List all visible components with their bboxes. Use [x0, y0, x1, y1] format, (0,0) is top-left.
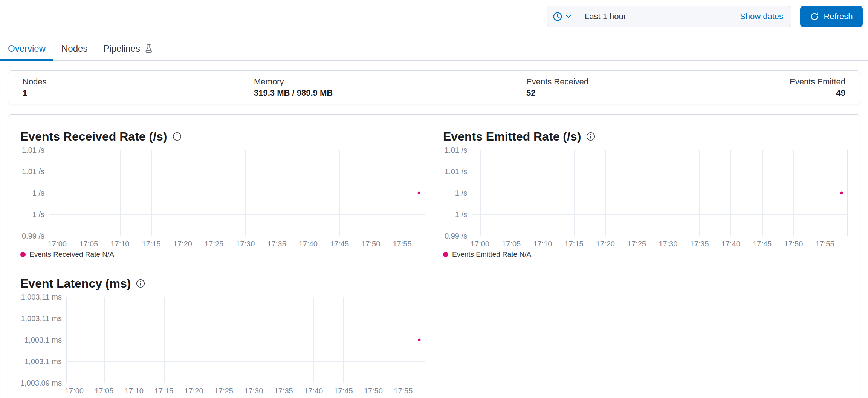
- gridline-vertical: [373, 297, 373, 383]
- y-tick-label: 0.99 /s: [445, 232, 467, 240]
- clock-icon: [553, 12, 562, 21]
- summary-nodes: Nodes 1: [23, 76, 254, 98]
- gridline-vertical: [699, 150, 700, 236]
- gridline-vertical: [134, 297, 134, 383]
- chart-plot[interactable]: [472, 150, 848, 236]
- gridline-vertical: [120, 150, 121, 236]
- chart-legend[interactable]: Events Received Rate N/A: [20, 250, 425, 259]
- gridline-vertical: [164, 297, 165, 383]
- gridline-vertical: [194, 297, 194, 383]
- gridline-vertical: [637, 150, 637, 236]
- gridline-vertical: [480, 150, 481, 236]
- chart-header: Events Emitted Rate (/s): [443, 128, 848, 145]
- x-axis-labels: 17:0017:0517:1017:1517:2017:2517:3017:35…: [472, 236, 848, 250]
- tab-nodes[interactable]: Nodes: [53, 37, 95, 60]
- beaker-icon: [144, 44, 154, 54]
- gridline-vertical: [284, 297, 284, 383]
- gridline-vertical: [277, 150, 277, 236]
- legend-label: Events Emitted Rate N/A: [452, 250, 531, 259]
- logstash-overview-page: Last 1 hour Show dates Refresh Overview …: [0, 0, 868, 398]
- gridline-vertical: [339, 150, 340, 236]
- gridline-horizontal: [472, 172, 847, 172]
- y-tick-label: 1 /s: [455, 210, 467, 219]
- refresh-button[interactable]: Refresh: [800, 6, 863, 27]
- refresh-button-label: Refresh: [824, 12, 853, 21]
- toolbar: Last 1 hour Show dates Refresh: [0, 0, 868, 27]
- gridline-vertical: [574, 150, 575, 236]
- gridline-vertical: [75, 297, 75, 383]
- x-tick-label: 17:25: [214, 387, 233, 395]
- x-tick-label: 17:40: [721, 240, 740, 248]
- y-tick-label: 1 /s: [455, 189, 467, 197]
- gridline-vertical: [605, 150, 606, 236]
- tab-bar: Overview Nodes Pipelines: [0, 37, 868, 61]
- x-tick-label: 17:30: [236, 240, 255, 248]
- legend-label: Events Received Rate N/A: [29, 250, 114, 259]
- event-latency-chart: Event Latency (ms) 1,003.11 ms1,003.11 m…: [20, 275, 425, 398]
- x-tick-label: 17:40: [304, 387, 323, 395]
- info-icon[interactable]: [173, 132, 182, 141]
- x-tick-label: 17:45: [334, 387, 353, 395]
- chart-title: Event Latency (ms): [20, 277, 131, 291]
- y-tick-label: 1,003.1 ms: [24, 336, 62, 344]
- chart-legend[interactable]: Events Emitted Rate N/A: [443, 250, 848, 259]
- gridline-horizontal: [67, 361, 425, 362]
- gridline-vertical: [543, 150, 543, 236]
- refresh-icon: [810, 12, 819, 21]
- chart-plot[interactable]: [49, 150, 425, 236]
- show-dates-button[interactable]: Show dates: [732, 12, 791, 21]
- summary-events-received-label: Events Received: [526, 76, 790, 87]
- x-tick-label: 17:55: [394, 387, 413, 395]
- chevron-down-icon: [565, 13, 572, 20]
- gridline-vertical: [668, 150, 668, 236]
- gridline-vertical: [89, 150, 89, 236]
- y-tick-label: 1.01 /s: [22, 146, 44, 155]
- tab-overview[interactable]: Overview: [0, 37, 53, 60]
- chart-title: Events Emitted Rate (/s): [443, 130, 581, 144]
- time-picker-quick-menu-button[interactable]: [547, 6, 578, 27]
- gridline-vertical: [825, 150, 825, 236]
- x-tick-label: 17:15: [142, 240, 161, 248]
- gridline-vertical: [371, 150, 371, 236]
- events-received-rate-chart: Events Received Rate (/s) 1.01 /s1.01 /s…: [20, 128, 425, 259]
- x-tick-label: 17:15: [154, 387, 173, 395]
- gridline-vertical: [214, 150, 214, 236]
- time-picker: Last 1 hour Show dates: [547, 6, 791, 27]
- x-axis-labels: 17:0017:0517:1017:1517:2017:2517:3017:35…: [49, 236, 425, 250]
- info-icon[interactable]: [586, 132, 595, 141]
- x-tick-label: 17:30: [659, 240, 677, 248]
- gridline-vertical: [762, 150, 763, 236]
- gridline-vertical: [313, 297, 314, 383]
- chart-plot[interactable]: [66, 297, 425, 383]
- y-tick-label: 1.01 /s: [445, 146, 467, 155]
- chart-header: Event Latency (ms): [20, 275, 425, 292]
- info-icon[interactable]: [136, 279, 145, 288]
- gridline-vertical: [512, 150, 512, 236]
- legend-dot: [20, 252, 26, 257]
- time-range-value[interactable]: Last 1 hour: [578, 12, 732, 21]
- x-tick-label: 17:05: [95, 387, 113, 395]
- summary-memory: Memory 319.3 MB / 989.9 MB: [254, 76, 526, 98]
- x-tick-label: 17:55: [393, 240, 411, 248]
- data-point: [840, 192, 843, 194]
- gridline-vertical: [308, 150, 308, 236]
- x-tick-label: 17:50: [364, 387, 383, 395]
- y-tick-label: 1 /s: [32, 189, 44, 197]
- gridline-horizontal: [49, 193, 425, 193]
- x-tick-label: 17:45: [330, 240, 349, 248]
- gridline-horizontal: [472, 193, 847, 193]
- tab-pipelines[interactable]: Pipelines: [95, 37, 161, 60]
- chart-header: Events Received Rate (/s): [20, 128, 425, 145]
- x-tick-label: 17:40: [299, 240, 318, 248]
- chart-area: 1.01 /s1.01 /s1 /s1 /s0.99 /s: [443, 150, 848, 236]
- gridline-vertical: [793, 150, 794, 236]
- x-tick-label: 17:45: [753, 240, 772, 248]
- x-tick-label: 17:50: [361, 240, 380, 248]
- gridline-horizontal: [49, 172, 425, 172]
- x-tick-label: 17:30: [244, 387, 263, 395]
- summary-nodes-value: 1: [23, 87, 254, 99]
- charts-panel: Events Received Rate (/s) 1.01 /s1.01 /s…: [8, 114, 860, 398]
- summary-nodes-label: Nodes: [23, 76, 254, 87]
- gridline-vertical: [224, 297, 224, 383]
- gridline-horizontal: [472, 214, 847, 215]
